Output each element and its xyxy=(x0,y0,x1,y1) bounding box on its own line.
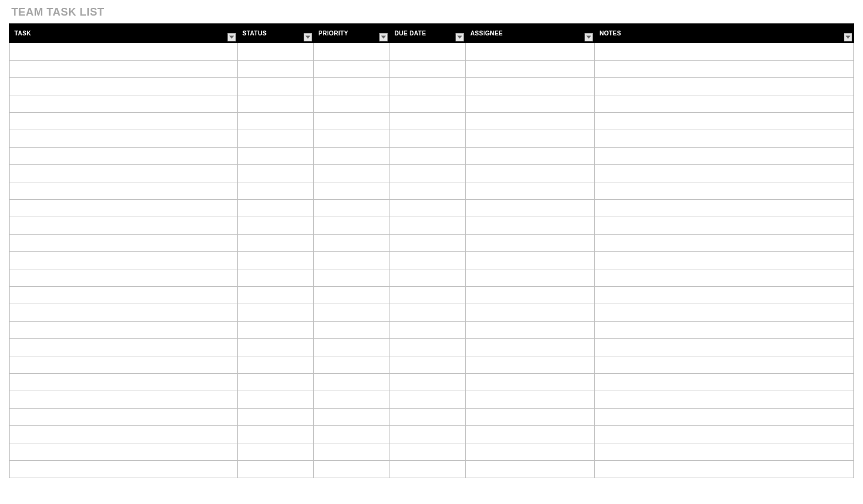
cell-task[interactable] xyxy=(10,426,238,443)
cell-notes[interactable] xyxy=(595,443,854,461)
cell-notes[interactable] xyxy=(595,461,854,478)
cell-duedate[interactable] xyxy=(389,217,466,235)
cell-task[interactable] xyxy=(10,339,238,356)
filter-dropdown-icon[interactable] xyxy=(844,33,852,41)
cell-priority[interactable] xyxy=(313,409,389,426)
cell-task[interactable] xyxy=(10,252,238,269)
cell-assignee[interactable] xyxy=(465,130,594,148)
cell-task[interactable] xyxy=(10,200,238,217)
cell-assignee[interactable] xyxy=(465,61,594,78)
cell-assignee[interactable] xyxy=(465,287,594,304)
cell-task[interactable] xyxy=(10,217,238,235)
cell-notes[interactable] xyxy=(595,182,854,200)
cell-duedate[interactable] xyxy=(389,235,466,252)
cell-task[interactable] xyxy=(10,78,238,95)
cell-assignee[interactable] xyxy=(465,113,594,130)
cell-task[interactable] xyxy=(10,409,238,426)
cell-priority[interactable] xyxy=(313,287,389,304)
cell-status[interactable] xyxy=(237,461,313,478)
cell-priority[interactable] xyxy=(313,130,389,148)
cell-assignee[interactable] xyxy=(465,391,594,409)
cell-notes[interactable] xyxy=(595,339,854,356)
cell-priority[interactable] xyxy=(313,374,389,391)
cell-status[interactable] xyxy=(237,304,313,322)
cell-duedate[interactable] xyxy=(389,409,466,426)
cell-duedate[interactable] xyxy=(389,78,466,95)
cell-duedate[interactable] xyxy=(389,130,466,148)
cell-duedate[interactable] xyxy=(389,43,466,61)
cell-notes[interactable] xyxy=(595,78,854,95)
cell-task[interactable] xyxy=(10,374,238,391)
cell-task[interactable] xyxy=(10,356,238,374)
cell-duedate[interactable] xyxy=(389,426,466,443)
cell-status[interactable] xyxy=(237,391,313,409)
cell-notes[interactable] xyxy=(595,426,854,443)
cell-status[interactable] xyxy=(237,130,313,148)
cell-notes[interactable] xyxy=(595,356,854,374)
cell-assignee[interactable] xyxy=(465,322,594,339)
cell-assignee[interactable] xyxy=(465,409,594,426)
cell-duedate[interactable] xyxy=(389,95,466,113)
cell-status[interactable] xyxy=(237,43,313,61)
cell-duedate[interactable] xyxy=(389,252,466,269)
cell-assignee[interactable] xyxy=(465,200,594,217)
cell-assignee[interactable] xyxy=(465,356,594,374)
cell-priority[interactable] xyxy=(313,426,389,443)
cell-notes[interactable] xyxy=(595,322,854,339)
cell-assignee[interactable] xyxy=(465,252,594,269)
cell-assignee[interactable] xyxy=(465,182,594,200)
cell-assignee[interactable] xyxy=(465,235,594,252)
cell-task[interactable] xyxy=(10,130,238,148)
cell-priority[interactable] xyxy=(313,443,389,461)
cell-priority[interactable] xyxy=(313,78,389,95)
cell-notes[interactable] xyxy=(595,148,854,165)
cell-status[interactable] xyxy=(237,148,313,165)
filter-dropdown-icon[interactable] xyxy=(304,33,312,41)
cell-task[interactable] xyxy=(10,304,238,322)
cell-notes[interactable] xyxy=(595,165,854,182)
cell-notes[interactable] xyxy=(595,95,854,113)
cell-duedate[interactable] xyxy=(389,339,466,356)
cell-status[interactable] xyxy=(237,269,313,287)
cell-assignee[interactable] xyxy=(465,95,594,113)
cell-duedate[interactable] xyxy=(389,461,466,478)
cell-status[interactable] xyxy=(237,165,313,182)
cell-task[interactable] xyxy=(10,443,238,461)
cell-notes[interactable] xyxy=(595,61,854,78)
cell-priority[interactable] xyxy=(313,356,389,374)
cell-task[interactable] xyxy=(10,235,238,252)
cell-duedate[interactable] xyxy=(389,443,466,461)
cell-duedate[interactable] xyxy=(389,61,466,78)
cell-priority[interactable] xyxy=(313,182,389,200)
cell-priority[interactable] xyxy=(313,95,389,113)
cell-notes[interactable] xyxy=(595,269,854,287)
cell-status[interactable] xyxy=(237,61,313,78)
cell-priority[interactable] xyxy=(313,165,389,182)
cell-priority[interactable] xyxy=(313,148,389,165)
cell-status[interactable] xyxy=(237,356,313,374)
cell-status[interactable] xyxy=(237,78,313,95)
cell-duedate[interactable] xyxy=(389,374,466,391)
cell-duedate[interactable] xyxy=(389,356,466,374)
cell-notes[interactable] xyxy=(595,287,854,304)
cell-priority[interactable] xyxy=(313,252,389,269)
cell-assignee[interactable] xyxy=(465,339,594,356)
cell-status[interactable] xyxy=(237,426,313,443)
cell-assignee[interactable] xyxy=(465,374,594,391)
cell-assignee[interactable] xyxy=(465,461,594,478)
cell-notes[interactable] xyxy=(595,252,854,269)
cell-task[interactable] xyxy=(10,322,238,339)
cell-task[interactable] xyxy=(10,113,238,130)
cell-notes[interactable] xyxy=(595,374,854,391)
cell-priority[interactable] xyxy=(313,339,389,356)
cell-task[interactable] xyxy=(10,148,238,165)
cell-status[interactable] xyxy=(237,252,313,269)
cell-assignee[interactable] xyxy=(465,78,594,95)
cell-assignee[interactable] xyxy=(465,217,594,235)
cell-task[interactable] xyxy=(10,287,238,304)
cell-assignee[interactable] xyxy=(465,43,594,61)
cell-priority[interactable] xyxy=(313,304,389,322)
cell-task[interactable] xyxy=(10,43,238,61)
cell-status[interactable] xyxy=(237,182,313,200)
cell-duedate[interactable] xyxy=(389,391,466,409)
